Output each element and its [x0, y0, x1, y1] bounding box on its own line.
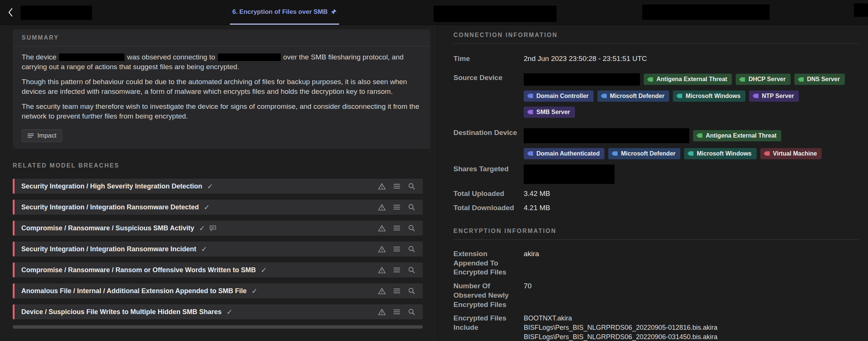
check-icon: ✓ — [201, 245, 207, 254]
tag-microsoft-windows[interactable]: Microsoft Windows — [673, 90, 745, 102]
time-value: 2nd Jun 2023 23:50:28 - 23:51:51 UTC — [524, 54, 647, 64]
summary-title: SUMMARY — [13, 30, 430, 46]
breach-label: Security Integration / High Severity Int… — [21, 182, 202, 190]
model-breach-row[interactable]: Device / Suspicious File Writes to Multi… — [13, 304, 423, 319]
tag-domain-authenticated[interactable]: Domain Authenticated — [524, 148, 604, 159]
tag-icon — [687, 151, 694, 156]
back-button[interactable] — [0, 0, 21, 25]
time-label: Time — [453, 54, 524, 64]
details-panel: CONNECTION INFORMATION Time 2nd Jun 2023… — [437, 25, 868, 341]
warning-icon[interactable] — [378, 225, 386, 232]
extension-appended-row: Extension Appended To Encrypted Files ak… — [453, 249, 858, 277]
menu-icon[interactable] — [393, 288, 400, 294]
warning-icon[interactable] — [378, 267, 386, 274]
extension-appended-label: Extension Appended To Encrypted Files — [453, 249, 524, 277]
warning-icon[interactable] — [378, 288, 386, 295]
total-uploaded-label: Total Uploaded — [453, 189, 524, 199]
newly-encrypted-count-value: 70 — [524, 282, 532, 291]
tag-icon — [527, 93, 533, 98]
search-icon[interactable] — [408, 182, 415, 190]
pin-icon[interactable] — [331, 9, 337, 15]
model-breach-row[interactable]: Anomalous File / Internal / Additional E… — [13, 283, 423, 298]
tag-microsoft-defender[interactable]: Microsoft Defender — [608, 148, 680, 159]
menu-icon[interactable] — [393, 309, 400, 315]
menu-icon[interactable] — [393, 225, 400, 231]
tag-antigena-external-threat[interactable]: Antigena External Threat — [693, 130, 781, 141]
tag-microsoft-windows[interactable]: Microsoft Windows — [684, 148, 757, 159]
shares-targeted-label: Shares Targeted — [453, 165, 524, 174]
search-icon[interactable] — [408, 224, 415, 232]
tag-icon — [696, 133, 703, 138]
model-breach-row[interactable]: Security Integration / High Severity Int… — [13, 179, 423, 194]
encrypted-files-label: Encrypted Files Include — [453, 314, 524, 332]
search-icon[interactable] — [408, 287, 415, 295]
tag-label: DHCP Server — [748, 76, 785, 83]
tag-label: NTP Server — [762, 93, 794, 99]
tag-dhcp-server[interactable]: DHCP Server — [736, 74, 790, 85]
menu-icon[interactable] — [393, 204, 400, 210]
time-row: Time 2nd Jun 2023 23:50:28 - 23:51:51 UT… — [453, 54, 858, 64]
summary-paragraph-3: The security team may therefore wish to … — [22, 102, 421, 121]
model-breach-row[interactable]: Security Integration / Integration Ranso… — [13, 242, 423, 256]
encrypted-files-list: BOOTNXT.akira BISFLogs\Pers_BIS_NLGRPRDS… — [524, 314, 717, 341]
check-icon: ✓ — [227, 308, 233, 316]
horizontal-scrollbar[interactable] — [13, 325, 423, 329]
tag-icon — [798, 77, 804, 82]
model-breach-row[interactable]: Compromise / Ransomware / Suspicious SMB… — [13, 221, 423, 236]
tag-domain-controller[interactable]: Domain Controller — [524, 90, 594, 102]
source-device-row: Source Device Antigena External Threat D… — [453, 73, 858, 118]
menu-icon[interactable] — [393, 267, 400, 273]
tag-icon — [647, 77, 653, 82]
related-model-breaches-title: RELATED MODEL BREACHES — [13, 162, 437, 169]
chevron-left-icon — [7, 7, 14, 17]
warning-icon[interactable] — [378, 183, 386, 190]
redacted-text — [854, 3, 868, 17]
tag-label: Antigena External Threat — [656, 76, 727, 83]
search-icon[interactable] — [408, 203, 415, 211]
warning-icon[interactable] — [378, 246, 386, 253]
comment-icon[interactable] — [209, 225, 216, 231]
impact-button[interactable]: Impact — [22, 129, 62, 142]
tag-label: Microsoft Defender — [610, 93, 665, 99]
summary-card: SUMMARY The devicewas observed connectin… — [13, 30, 430, 149]
search-icon[interactable] — [408, 245, 415, 253]
tag-icon — [612, 151, 618, 156]
tag-icon — [676, 93, 683, 98]
newly-encrypted-count-label: Number Of Observed Newly Encrypted Files — [453, 282, 524, 309]
destination-device-row: Destination Device Antigena External Thr… — [453, 128, 858, 159]
encrypted-file: BISFLogs\Pers_BIS_NLGRPRDS06_20220906-03… — [524, 332, 717, 341]
tag-icon — [527, 151, 533, 156]
redacted-shares — [524, 165, 615, 184]
model-breach-row[interactable]: Security Integration / Integration Ranso… — [13, 200, 423, 215]
search-icon[interactable] — [408, 266, 415, 274]
summary-text: was observed connecting to — [127, 53, 215, 61]
menu-icon[interactable] — [393, 183, 400, 189]
check-icon: ✓ — [204, 203, 210, 212]
impact-icon — [27, 133, 34, 139]
menu-icon[interactable] — [393, 246, 400, 252]
tag-icon — [601, 93, 607, 98]
source-device-label: Source Device — [453, 73, 524, 83]
shares-targeted-row: Shares Targeted — [453, 165, 858, 184]
top-bar: 6. Encryption of Files over SMB — [0, 0, 868, 25]
tag-smb-server[interactable]: SMB Server — [524, 107, 575, 118]
tag-microsoft-defender[interactable]: Microsoft Defender — [597, 90, 670, 102]
tag-antigena-external-threat[interactable]: Antigena External Threat — [644, 74, 732, 85]
total-downloaded-label: Total Downloaded — [453, 203, 524, 213]
encryption-information-title: ENCRYPTION INFORMATION — [453, 228, 858, 240]
extension-appended-value: akira — [524, 249, 539, 259]
tag-dns-server[interactable]: DNS Server — [794, 74, 845, 85]
model-breach-row[interactable]: Compromise / Ransomware / Ransom or Offe… — [13, 262, 423, 277]
warning-icon[interactable] — [378, 308, 386, 316]
tag-label: Antigena External Threat — [706, 132, 776, 139]
redacted-text — [59, 53, 124, 61]
breach-label: Device / Suspicious File Writes to Multi… — [21, 308, 222, 316]
tag-virtual-machine[interactable]: Virtual Machine — [760, 148, 822, 159]
warning-icon[interactable] — [378, 204, 386, 211]
incident-summary-panel: SUMMARY The devicewas observed connectin… — [0, 25, 437, 341]
newly-encrypted-count-row: Number Of Observed Newly Encrypted Files… — [453, 282, 858, 309]
tab-label: 6. Encryption of Files over SMB — [232, 8, 327, 16]
search-icon[interactable] — [408, 308, 415, 316]
tag-ntp-server[interactable]: NTP Server — [749, 90, 799, 102]
tab-encryption-of-files-over-smb[interactable]: 6. Encryption of Files over SMB — [230, 0, 339, 25]
